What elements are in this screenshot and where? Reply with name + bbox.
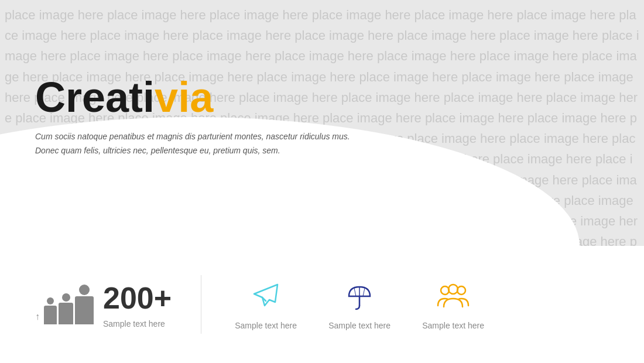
feature-plane-label: Sample text here [235, 321, 297, 330]
stat-divider [201, 275, 201, 334]
people-icon: ↑ [35, 285, 94, 324]
brand-name-yellow: via [155, 74, 213, 121]
person-large [75, 285, 94, 324]
feature-umbrella: Sample text here [324, 279, 395, 330]
brand-subtitle: Cum sociis natoque penatibus et magnis d… [35, 130, 375, 158]
svg-point-4 [441, 286, 449, 294]
plane-icon [248, 279, 283, 314]
stat-number: 200+ [103, 280, 172, 316]
feature-team: Sample text here [418, 279, 488, 330]
umbrella-icon [342, 279, 377, 314]
feature-plane: Sample text here [231, 279, 301, 330]
person-small [44, 297, 57, 324]
team-icon [436, 279, 471, 314]
person-head [79, 285, 90, 295]
stat-number-block: 200+ Sample text here [103, 280, 172, 328]
svg-point-5 [448, 285, 458, 294]
main-stat: ↑ 200+ Sample text here [35, 280, 172, 328]
person-head [47, 297, 54, 304]
hero-content: Creativia Cum sociis natoque penatibus e… [35, 76, 375, 158]
person-body [75, 296, 94, 324]
feature-umbrella-label: Sample text here [328, 321, 390, 330]
svg-line-2 [354, 288, 356, 296]
arrow-up-icon: ↑ [35, 311, 40, 322]
person-body [44, 306, 57, 324]
person-medium [59, 293, 73, 324]
person-head [62, 293, 70, 302]
brand-title: Creativia [35, 76, 375, 118]
svg-point-6 [457, 286, 465, 294]
stats-area: ↑ 200+ Sample text here [0, 246, 644, 363]
svg-line-3 [363, 288, 365, 296]
feature-team-label: Sample text here [422, 321, 484, 330]
stat-label: Sample text here [103, 319, 172, 328]
person-body [59, 303, 73, 324]
features-row: Sample text here Sample text here [231, 279, 488, 330]
brand-name-black: Creati [35, 74, 155, 121]
